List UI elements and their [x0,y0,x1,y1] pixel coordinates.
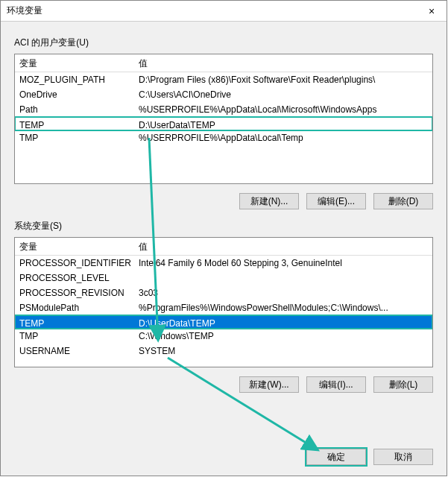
cell-val: %USERPROFILE%\AppData\Local\Temp [139,130,428,145]
cell-var: PROCESSOR_LEVEL [19,271,139,285]
cell-val: D:\UserData\TEMP [139,316,428,328]
ok-button[interactable]: 确定 [306,449,366,465]
cell-var: PROCESSOR_IDENTIFIER [19,256,139,271]
header-var: 变量 [19,238,139,255]
cell-val: 3c03 [139,285,428,300]
table-row[interactable]: Path%USERPROFILE%\AppData\Local\Microsof… [15,102,432,117]
table-row[interactable]: MOZ_PLUGIN_PATHD:\Program Files (x86)\Fo… [15,72,432,87]
titlebar: 环境变量 × [1,1,447,22]
cell-val: D:\UserData\TEMP [139,118,428,130]
cell-var: MOZ_PLUGIN_PATH [19,72,139,87]
cell-val: %USERPROFILE%\AppData\Local\Microsoft\Wi… [139,102,428,117]
cell-val: Intel64 Family 6 Model 60 Stepping 3, Ge… [139,256,428,271]
table-row[interactable]: PSModulePath%ProgramFiles%\WindowsPowerS… [15,300,432,315]
cancel-button[interactable]: 取消 [373,449,433,465]
cell-var: PSModulePath [19,300,139,315]
table-row[interactable]: PROCESSOR_IDENTIFIERIntel64 Family 6 Mod… [15,256,432,271]
table-row[interactable]: TMPC:\Windows\TEMP [15,329,432,344]
sys-edit-button[interactable]: 编辑(I)... [306,376,366,393]
table-row[interactable]: PROCESSOR_LEVEL [15,271,432,285]
dialog-title: 环境变量 [7,4,42,17]
cell-var: TEMP [19,316,139,328]
cell-var: OneDrive [19,87,139,102]
env-vars-dialog: 环境变量 × ACI 的用户变量(U) 变量值MOZ_PLUGIN_PATHD:… [0,0,447,476]
sys-vars-buttons: 新建(W)... 编辑(I)... 删除(L) [14,376,433,393]
cell-var: TMP [19,130,139,145]
cell-val: SYSTEM [139,344,428,358]
sys-vars-label: 系统变量(S) [14,220,433,233]
header-var: 变量 [19,54,139,72]
table-row[interactable]: TEMPD:\UserData\TEMP [14,116,433,131]
cell-val: C:\Windows\TEMP [139,329,428,344]
cell-val: %ProgramFiles%\WindowsPowerShell\Modules… [139,300,428,315]
cell-val: D:\Program Files (x86)\Foxit Software\Fo… [139,72,428,87]
table-header[interactable]: 变量值 [15,238,432,256]
user-edit-button[interactable]: 编辑(E)... [306,193,366,209]
table-row[interactable]: OneDriveC:\Users\ACI\OneDrive [15,87,432,102]
sys-delete-button[interactable]: 删除(L) [373,376,433,393]
user-delete-button[interactable]: 删除(D) [373,193,433,209]
table-row[interactable]: TEMPD:\UserData\TEMP [14,315,433,329]
dialog-buttons: 确定 取消 [306,449,433,465]
cell-var: PROCESSOR_REVISION [19,285,139,300]
cell-var: TEMP [19,118,139,130]
sys-new-button[interactable]: 新建(W)... [239,376,299,393]
user-vars-label: ACI 的用户变量(U) [14,37,433,49]
user-vars-buttons: 新建(N)... 编辑(E)... 删除(D) [14,193,433,209]
header-val: 值 [139,54,428,72]
cell-var: USERNAME [19,344,139,358]
sys-vars-table[interactable]: 变量值PROCESSOR_IDENTIFIERIntel64 Family 6 … [14,237,433,367]
user-new-button[interactable]: 新建(N)... [239,193,299,209]
close-icon[interactable]: × [417,1,447,22]
table-row[interactable]: USERNAMESYSTEM [15,344,432,358]
table-header[interactable]: 变量值 [15,54,432,72]
user-vars-table[interactable]: 变量值MOZ_PLUGIN_PATHD:\Program Files (x86)… [14,54,433,184]
table-row[interactable]: PROCESSOR_REVISION3c03 [15,285,432,300]
cell-var: TMP [19,329,139,344]
header-val: 值 [139,238,428,255]
cell-val [139,271,428,285]
table-row[interactable]: TMP%USERPROFILE%\AppData\Local\Temp [15,130,432,145]
cell-var: Path [19,102,139,117]
cell-val: C:\Users\ACI\OneDrive [139,87,428,102]
